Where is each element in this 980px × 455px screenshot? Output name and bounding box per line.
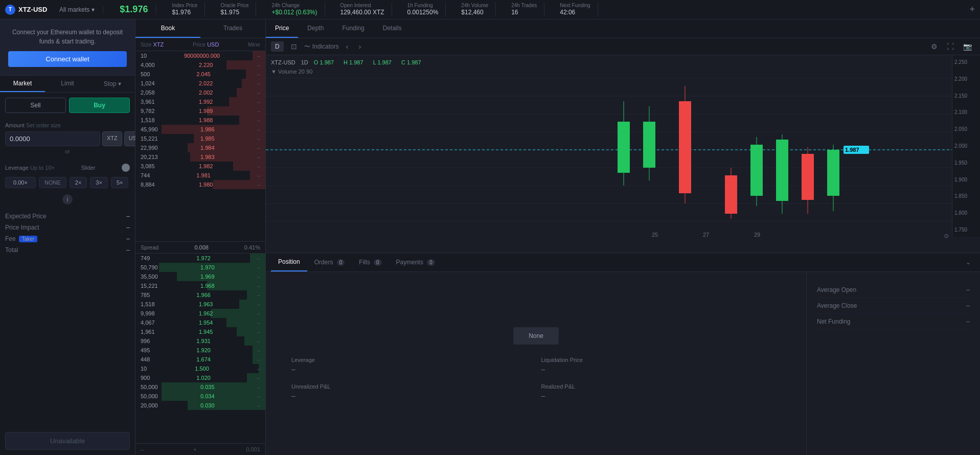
table-row[interactable]: 15,221 1.968 – bbox=[135, 281, 265, 290]
table-row[interactable]: 900 1.020 – bbox=[135, 373, 265, 382]
chart-camera-button[interactable]: 📷 bbox=[960, 41, 975, 52]
add-market-button[interactable]: + bbox=[969, 4, 975, 15]
chart-right-icons: ⚙ ⛶ 📷 bbox=[928, 41, 975, 52]
chart-ohlc-info: XTZ-USD 1D O 1.987 H 1.987 L 1.987 C 1.9… bbox=[271, 59, 429, 65]
tab-position[interactable]: Position bbox=[271, 253, 307, 271]
table-row[interactable]: 996 1.931 – bbox=[135, 336, 265, 346]
tab-limit[interactable]: Limit bbox=[45, 76, 90, 92]
table-row[interactable]: 1,961 1.945 – bbox=[135, 327, 265, 336]
svg-rect-15 bbox=[679, 101, 691, 193]
leverage-slider[interactable] bbox=[122, 164, 130, 172]
tab-price[interactable]: Price bbox=[266, 19, 298, 38]
decrement-button[interactable]: – bbox=[141, 446, 144, 452]
table-row[interactable]: 744 1.981 – bbox=[135, 171, 265, 180]
tab-trades[interactable]: Trades bbox=[200, 19, 265, 38]
time-period-button[interactable]: D bbox=[271, 41, 284, 52]
table-row[interactable]: 8,884 1.980 – bbox=[135, 180, 265, 189]
order-type-tabs: Market Limit Stop ▾ bbox=[0, 76, 135, 93]
tab-funding[interactable]: Funding bbox=[333, 19, 373, 38]
table-row[interactable]: 20,213 1.983 – bbox=[135, 152, 265, 162]
chart-toolbar: D ⊡ 〜 Indicators ‹ › ⚙ ⛶ 📷 bbox=[266, 38, 980, 55]
chart-volume-info: ▼ Volume 20 90 bbox=[271, 69, 312, 75]
leverage-5x-button[interactable]: 5× bbox=[111, 177, 129, 188]
avg-close-item: Average Close – bbox=[817, 298, 970, 314]
buy-button[interactable]: Buy bbox=[69, 98, 130, 113]
svg-rect-21 bbox=[776, 140, 788, 201]
spread-row: Spread 0.008 0.41% bbox=[135, 241, 265, 254]
liq-price-item: Liquidation Price – bbox=[541, 357, 781, 373]
table-row[interactable]: 749 1.972 – bbox=[135, 254, 265, 263]
position-none-label: None bbox=[513, 327, 559, 345]
table-row[interactable]: 35,500 1.969 – bbox=[135, 272, 265, 281]
unrealized-pnl-item: Unrealized P&L – bbox=[291, 383, 531, 400]
markets-dropdown[interactable]: All markets ▾ bbox=[59, 6, 103, 13]
table-row[interactable]: 20,000 0.030 – bbox=[135, 401, 265, 410]
tab-fills[interactable]: Fills 0 bbox=[352, 254, 389, 271]
tab-stop[interactable]: Stop ▾ bbox=[90, 76, 135, 92]
index-price-stat: Index Price $1.976 bbox=[165, 2, 205, 17]
tab-orders[interactable]: Orders 0 bbox=[307, 254, 352, 271]
expand-icon[interactable]: ⌄ bbox=[962, 255, 975, 270]
leverage-3x-button[interactable]: 3× bbox=[90, 177, 108, 188]
leverage-2x-button[interactable]: 2× bbox=[70, 177, 87, 188]
or-divider: or bbox=[5, 148, 130, 154]
next-funding-stat: Next Funding 42:06 bbox=[553, 2, 598, 17]
book-footer: – + 0.001 bbox=[135, 443, 265, 455]
table-row[interactable]: 10 90000000.000 – bbox=[135, 51, 265, 60]
increment-button[interactable]: + bbox=[193, 446, 196, 452]
table-row[interactable]: 22,990 1.984 – bbox=[135, 143, 265, 152]
sell-button[interactable]: Sell bbox=[5, 98, 66, 113]
table-row[interactable]: 9,998 1.962 – bbox=[135, 309, 265, 318]
table-row[interactable]: 1,024 2.022 – bbox=[135, 79, 265, 88]
chart-zoom-settings[interactable]: ⚙ bbox=[944, 233, 949, 240]
candle-type-button[interactable]: ⊡ bbox=[288, 41, 300, 52]
tab-market[interactable]: Market bbox=[0, 76, 45, 92]
table-row[interactable]: 50,000 0.034 – bbox=[135, 392, 265, 401]
svg-text:1.987: 1.987 bbox=[845, 147, 859, 153]
funding-stat: 1h Funding 0.001250% bbox=[400, 2, 446, 17]
info-icon[interactable]: i bbox=[62, 194, 73, 204]
table-row[interactable]: 50,790 1.970 – bbox=[135, 263, 265, 272]
table-row[interactable]: 4,000 2.220 – bbox=[135, 60, 265, 70]
connect-wallet-button[interactable]: Connect wallet bbox=[8, 51, 127, 67]
table-row[interactable]: 15,221 1.985 – bbox=[135, 134, 265, 143]
table-row[interactable]: 785 1.966 – bbox=[135, 290, 265, 300]
logo-area: T XTZ-USD bbox=[5, 5, 51, 15]
tab-depth[interactable]: Depth bbox=[298, 19, 333, 38]
table-row[interactable]: 50,000 0.035 – bbox=[135, 382, 265, 392]
leverage-none-button[interactable]: NONE bbox=[39, 177, 66, 188]
svg-rect-25 bbox=[827, 150, 839, 196]
table-row[interactable]: 4,067 1.954 – bbox=[135, 318, 265, 327]
table-row[interactable]: 495 1.920 – bbox=[135, 346, 265, 355]
unavailable-button: Unavailable bbox=[5, 432, 130, 450]
table-row[interactable]: 10 1.500 – bbox=[135, 364, 265, 373]
chart-settings-button[interactable]: ⚙ bbox=[928, 41, 941, 52]
table-row[interactable]: 448 1.674 – bbox=[135, 355, 265, 364]
table-row[interactable]: 500 2.045 – bbox=[135, 70, 265, 79]
chart-area: D ⊡ 〜 Indicators ‹ › ⚙ ⛶ 📷 XTZ-USD 1D bbox=[266, 38, 980, 253]
tab-payments[interactable]: Payments 0 bbox=[389, 254, 442, 271]
order-book-panel: Book Trades Size XTZ Price USD Mine 10 9… bbox=[135, 19, 266, 455]
table-row[interactable]: 9,782 1.989 – bbox=[135, 106, 265, 116]
svg-rect-11 bbox=[618, 122, 630, 173]
chart-fullscreen-button[interactable]: ⛶ bbox=[944, 41, 957, 52]
amount-input[interactable] bbox=[5, 131, 100, 146]
table-row[interactable]: 2,058 2.002 – bbox=[135, 88, 265, 97]
tab-book[interactable]: Book bbox=[135, 19, 200, 38]
chart-tabs: Price Depth Funding Details bbox=[266, 19, 980, 38]
table-row[interactable]: 1,518 1.988 – bbox=[135, 116, 265, 125]
table-row[interactable]: 3,085 1.982 – bbox=[135, 162, 265, 171]
tab-details[interactable]: Details bbox=[374, 19, 411, 38]
taker-badge: Taker bbox=[19, 236, 37, 242]
chart-nav-left[interactable]: ‹ bbox=[343, 41, 352, 52]
ask-rows: 10 90000000.000 – 4,000 2.220 – 500 2.04… bbox=[135, 51, 265, 241]
table-row[interactable]: 1,518 1.963 – bbox=[135, 300, 265, 309]
wallet-text: Connect your Ethereum wallet to deposit … bbox=[8, 28, 127, 46]
indicators-button[interactable]: 〜 Indicators bbox=[304, 42, 339, 51]
wallet-banner: Connect your Ethereum wallet to deposit … bbox=[0, 19, 135, 76]
chart-nav-right[interactable]: › bbox=[355, 41, 364, 52]
currency-xtz-badge[interactable]: XTZ bbox=[102, 131, 122, 146]
table-row[interactable]: 3,961 1.992 – bbox=[135, 97, 265, 106]
table-row[interactable]: 45,990 1.986 – bbox=[135, 125, 265, 134]
fee-row: Fee Taker – bbox=[5, 233, 130, 244]
